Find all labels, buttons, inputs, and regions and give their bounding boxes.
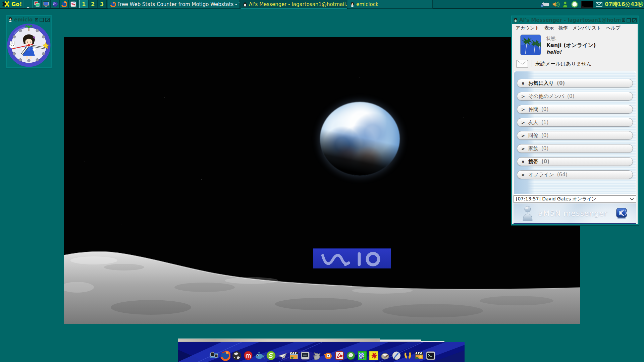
window-list-button[interactable] bbox=[32, 0, 42, 8]
menu-view[interactable]: 表示 bbox=[544, 25, 554, 31]
bluefish-icon[interactable] bbox=[254, 350, 265, 361]
group-favorites[interactable]: ∨お気に入り(0) bbox=[517, 79, 633, 87]
monitor-graph-icon[interactable] bbox=[581, 1, 593, 8]
workspace-1[interactable]: 1 bbox=[79, 0, 88, 8]
launcher-paint-button[interactable] bbox=[69, 0, 78, 8]
mail-status-text: 未読メールはありません bbox=[535, 61, 592, 67]
menu-actions[interactable]: 操作 bbox=[558, 25, 568, 31]
event-log-dropdown[interactable]: [07:13:57] David Gates オンライン bbox=[514, 195, 636, 203]
window-close-button[interactable] bbox=[632, 18, 637, 22]
iconified-window-button[interactable]: _ bbox=[23, 0, 32, 8]
chevron-down-icon bbox=[630, 198, 634, 200]
web-globe-icon[interactable] bbox=[231, 350, 242, 361]
skype-icon[interactable] bbox=[266, 350, 276, 361]
office-suite-icon[interactable] bbox=[402, 350, 413, 361]
taskbar-item-webstats[interactable]: Free Web Stats Counter from Motigo Webst… bbox=[108, 0, 240, 9]
terminal-icon[interactable] bbox=[425, 350, 436, 361]
menu-help[interactable]: ヘルプ bbox=[606, 25, 621, 31]
emiclock-titlebar[interactable]: emiclo bbox=[7, 16, 51, 23]
system-tray: 07時16分43秒 bbox=[540, 0, 643, 9]
workspace-2[interactable]: 2 bbox=[88, 0, 97, 8]
status-name: Kenji (オンライン) bbox=[546, 42, 596, 49]
taskbar-item-emiclock[interactable]: emiclock bbox=[348, 0, 433, 9]
workspace-3[interactable]: 3 bbox=[97, 0, 106, 8]
pen-circle-icon[interactable] bbox=[391, 350, 401, 361]
group-friends[interactable]: >友人(1) bbox=[517, 118, 633, 127]
go-menu-button[interactable]: Go! bbox=[0, 0, 23, 8]
emiclock-window: emiclo bbox=[6, 15, 52, 68]
paper-plane-mail-icon[interactable] bbox=[277, 350, 287, 361]
firefox-icon[interactable] bbox=[220, 350, 230, 361]
launcher-firefox-button[interactable] bbox=[60, 0, 69, 8]
group-buddies[interactable]: >仲間(0) bbox=[517, 105, 633, 114]
launcher-mozilla-button[interactable] bbox=[51, 0, 60, 8]
kde-logo-icon: K bbox=[616, 208, 627, 219]
emiclock-girl-icon bbox=[8, 17, 13, 22]
acrobat-reader-icon[interactable] bbox=[334, 350, 344, 361]
star-speck bbox=[121, 225, 121, 225]
layered-windows-icon bbox=[34, 1, 40, 7]
computer-monitor-icon bbox=[43, 1, 49, 7]
window-maximize-button[interactable] bbox=[40, 18, 44, 22]
launcher-terminal-button[interactable] bbox=[42, 0, 51, 8]
m-player-icon[interactable] bbox=[243, 350, 253, 361]
xv-maple-leaf-icon[interactable] bbox=[368, 350, 379, 361]
group-mobile[interactable]: ∨携帯(0) bbox=[517, 157, 633, 166]
group-colleagues[interactable]: >同僚(0) bbox=[517, 131, 633, 140]
screen-device-icon[interactable] bbox=[300, 350, 310, 361]
amsn-window: Al's Messenger - lagartosan1@hotmail. アカ… bbox=[511, 15, 639, 225]
image-viewer-window[interactable] bbox=[64, 37, 580, 324]
group-offline[interactable]: >オフライン(64) bbox=[517, 170, 633, 179]
firefox-icon bbox=[61, 1, 67, 7]
mail-icon[interactable] bbox=[596, 2, 602, 7]
star-speck bbox=[84, 162, 85, 162]
movie-clapper-icon[interactable] bbox=[414, 350, 424, 361]
xfree86-logo-icon bbox=[2, 1, 10, 7]
penguin-icon bbox=[513, 17, 518, 23]
star-speck bbox=[164, 97, 165, 98]
earth bbox=[320, 102, 400, 176]
banner-title: aMSN messenger bbox=[538, 209, 607, 218]
gimp-icon[interactable] bbox=[380, 350, 390, 361]
input-method-keyboard-icon[interactable] bbox=[540, 1, 550, 7]
envelope-icon[interactable] bbox=[516, 60, 528, 68]
group-family[interactable]: >家族(0) bbox=[517, 144, 633, 153]
star-speck bbox=[201, 179, 202, 180]
status-label: 状態: bbox=[546, 36, 596, 42]
taskbar: Go! _ bbox=[0, 0, 644, 9]
amule-donkey-icon[interactable] bbox=[311, 350, 322, 361]
menu-memberlist[interactable]: メンバリスト bbox=[573, 25, 601, 31]
blender-icon[interactable] bbox=[323, 350, 333, 361]
emiclock-girl-icon bbox=[350, 2, 355, 7]
window-iconify-button[interactable] bbox=[35, 18, 38, 21]
menu-account[interactable]: アカウント bbox=[516, 25, 540, 31]
iconified-window-label: _ bbox=[27, 2, 29, 8]
clapperboard-icon[interactable] bbox=[288, 350, 299, 361]
dock-background bbox=[178, 342, 465, 362]
volume-icon[interactable] bbox=[552, 1, 560, 7]
contact-list-panel: ∨お気に入り(0) >その他のメンバ(0) >仲間(0) >友人(1) >同僚(… bbox=[514, 71, 636, 195]
dock-scrollbar-thumb[interactable] bbox=[178, 339, 380, 342]
window-iconify-button[interactable] bbox=[622, 18, 625, 22]
window-maximize-button[interactable] bbox=[627, 18, 631, 22]
window-switcher-icon[interactable] bbox=[209, 350, 219, 361]
window-close-button[interactable] bbox=[45, 18, 50, 22]
taskbar-item-messenger[interactable]: Al's Messenger - lagartosan1@hotmail.com bbox=[240, 0, 347, 9]
status-message: hello! bbox=[546, 49, 596, 55]
go-label: Go! bbox=[11, 1, 22, 7]
dock-scrollbar-track[interactable] bbox=[380, 340, 421, 342]
amsn-titlebar[interactable]: Al's Messenger - lagartosan1@hotmail. bbox=[512, 16, 638, 24]
penguin-icon bbox=[243, 2, 247, 7]
paint-window-icon[interactable] bbox=[357, 350, 367, 361]
divider bbox=[532, 60, 532, 67]
group-other-members[interactable]: >その他のメンバ(0) bbox=[517, 92, 633, 101]
dock-scrollbar-line bbox=[421, 341, 444, 342]
buddy-status-icon[interactable] bbox=[562, 1, 568, 8]
taskbar-item-label: Free Web Stats Counter from Motigo Webst… bbox=[117, 1, 240, 7]
avatar[interactable] bbox=[520, 35, 541, 55]
fish-icon[interactable] bbox=[570, 1, 579, 8]
event-log-text: [07:13:57] David Gates オンライン bbox=[516, 196, 630, 202]
blue-globe-icon bbox=[52, 1, 58, 7]
green-browser-icon[interactable] bbox=[345, 350, 356, 361]
star-speck bbox=[359, 77, 360, 78]
